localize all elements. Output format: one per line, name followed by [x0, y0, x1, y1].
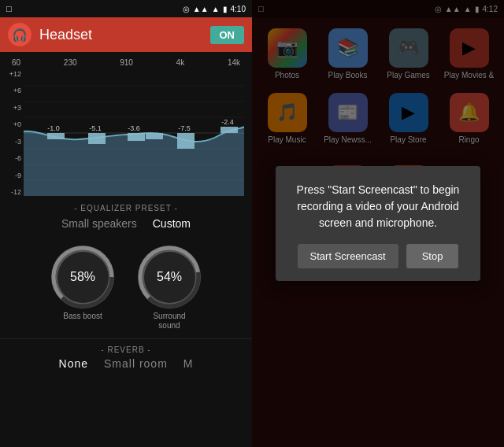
svg-rect-12	[220, 127, 238, 133]
status-bar-left: □ ◎ ▲▲ ▲ ▮ 4:10	[0, 0, 252, 17]
dialog-buttons: Start Screencast Stop	[288, 244, 468, 268]
surround-label: Surround sound	[153, 312, 185, 331]
svg-rect-11	[177, 133, 195, 149]
stop-button[interactable]: Stop	[406, 244, 459, 268]
svg-rect-9	[128, 133, 145, 141]
bass-boost-dial[interactable]: 58%	[51, 246, 114, 308]
bass-boost-knob: 58% Bass boost	[51, 246, 114, 331]
freq-labels: 60 230 910 4k 14k	[8, 58, 244, 67]
db-labels: +12 +6 +3 +0 -3 -6 -9 -12	[8, 70, 24, 196]
eq-chart-container: +12 +6 +3 +0 -3 -6 -9 -12	[8, 70, 244, 196]
wifi-icon: ▲	[212, 5, 220, 13]
eq-preset-label: - EQUALIZER PRESET -	[0, 196, 252, 217]
surround-sound-knob: 54% Surround sound	[138, 246, 201, 331]
svg-text:-5.1: -5.1	[89, 124, 102, 132]
reverb-m[interactable]: M	[183, 357, 194, 370]
signal-icon: ▲▲	[193, 5, 209, 13]
reverb-label: - REVERB -	[0, 345, 252, 354]
surround-dial[interactable]: 54%	[138, 246, 201, 308]
preset-custom[interactable]: Custom	[153, 217, 191, 230]
left-panel: □ ◎ ▲▲ ▲ ▮ 4:10 🎧 Headset ON 60 230 910 …	[0, 0, 252, 447]
svg-text:-2.4: -2.4	[221, 118, 234, 126]
svg-rect-10	[146, 133, 163, 139]
status-left-icon: □	[6, 4, 12, 13]
battery-icon: ▮	[223, 5, 228, 13]
svg-point-19	[51, 246, 114, 308]
reverb-section: - REVERB - None Small room M	[0, 338, 252, 376]
headset-icon: 🎧	[8, 23, 32, 46]
svg-text:-1.0: -1.0	[47, 124, 60, 132]
on-toggle[interactable]: ON	[210, 26, 245, 44]
eq-chart: -1.0 -5.1 -3.6 -7.5 -2.4	[24, 70, 244, 196]
svg-rect-7	[47, 133, 65, 139]
header-title: Headset	[39, 27, 202, 43]
svg-point-21	[138, 246, 201, 308]
eq-area: 60 230 910 4k 14k +12 +6 +3 +0 -3 -6 -9 …	[0, 52, 252, 196]
reverb-none[interactable]: None	[59, 357, 88, 370]
alarm-icon: ◎	[183, 5, 190, 13]
screencast-dialog: Press "Start Screencast" to begin record…	[276, 166, 480, 281]
knobs-area: 58% Bass boost 54% Surround sound	[0, 238, 252, 338]
reverb-small-room[interactable]: Small room	[104, 357, 168, 370]
dialog-text: Press "Start Screencast" to begin record…	[288, 182, 468, 231]
svg-rect-8	[88, 133, 106, 144]
start-screencast-button[interactable]: Start Screencast	[298, 244, 398, 268]
preset-small-speakers[interactable]: Small speakers	[61, 217, 137, 230]
svg-text:-3.6: -3.6	[128, 124, 140, 132]
right-panel: □ ◎ ▲▲ ▲ ▮ 4:12 📷 Photos 📚 Play Books 🎮 …	[252, 0, 504, 447]
bass-boost-label: Bass boost	[63, 312, 102, 321]
eq-preset-options: Small speakers Custom	[0, 217, 252, 238]
time-left: 4:10	[231, 5, 246, 13]
status-icons-left: ◎ ▲▲ ▲ ▮ 4:10	[183, 5, 246, 13]
svg-text:-7.5: -7.5	[178, 124, 191, 132]
reverb-options: None Small room M	[0, 354, 252, 373]
dialog-overlay: Press "Start Screencast" to begin record…	[252, 0, 504, 447]
header-bar: 🎧 Headset ON	[0, 17, 252, 52]
